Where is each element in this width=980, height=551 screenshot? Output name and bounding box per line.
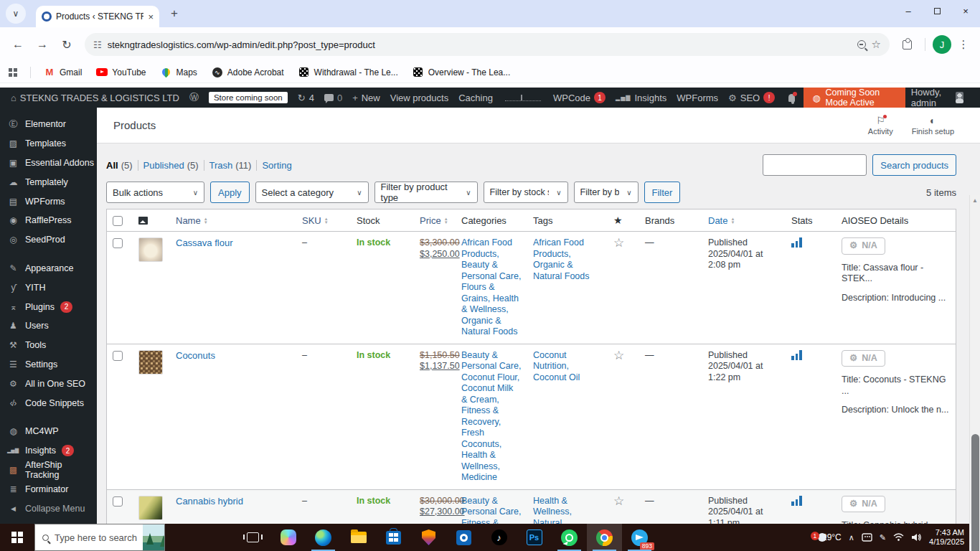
sidebar-item-elementor[interactable]: ⒺElementor — [0, 115, 97, 134]
product-thumbnail[interactable] — [138, 350, 163, 375]
apply-button[interactable]: Apply — [210, 182, 250, 203]
bookmark-overview[interactable]: Overview - The Lea... — [407, 67, 517, 78]
scroll-up-icon[interactable]: ▲ — [972, 195, 978, 205]
shield-browser-button[interactable] — [411, 524, 446, 551]
apps-grid-icon[interactable] — [9, 68, 17, 77]
featured-star-icon[interactable]: ☆ — [613, 494, 624, 508]
copilot-button[interactable] — [270, 524, 306, 551]
restore-button[interactable] — [923, 6, 951, 17]
profile-avatar[interactable]: J — [933, 35, 951, 54]
bookmark-adobe[interactable]: ∿Adobe Acrobat — [206, 67, 290, 78]
touch-keyboard-icon[interactable] — [862, 533, 872, 542]
updates-indicator[interactable]: ↻4 — [293, 88, 319, 108]
admin-bar-new[interactable]: +New — [347, 88, 385, 108]
stats-icon[interactable] — [791, 496, 802, 506]
tag-links[interactable]: Coconut Nutrition, Coconut Oil — [533, 350, 580, 382]
product-name-link[interactable]: Cannabis hybrid — [176, 496, 243, 507]
sidebar-item-seedprod[interactable]: ◎SeedProd — [0, 230, 97, 250]
stats-icon[interactable] — [791, 350, 802, 360]
reload-button[interactable]: ↻ — [56, 34, 77, 55]
bookmark-youtube[interactable]: YouTube — [90, 67, 151, 78]
column-header-name[interactable]: Name▲▼ — [170, 209, 296, 231]
bookmark-gmail[interactable]: MGmail — [38, 67, 88, 78]
sidebar-item-code-snippets[interactable]: ‹/›Code Snippets — [0, 393, 97, 413]
product-thumbnail[interactable] — [138, 496, 163, 520]
row-checkbox[interactable] — [113, 351, 123, 361]
bulk-actions-select[interactable]: Bulk actions∨ — [106, 182, 204, 203]
site-info-icon[interactable]: ☷ — [93, 39, 102, 50]
chrome-button[interactable] — [587, 524, 622, 551]
sidebar-collapse-menu[interactable]: ◀Collapse Menu — [0, 499, 97, 518]
task-view-button[interactable] — [235, 524, 270, 551]
admin-bar-view-products[interactable]: View products — [385, 88, 453, 108]
view-all[interactable]: All(5) — [106, 160, 138, 171]
select-all-checkbox[interactable] — [113, 216, 123, 226]
tab-close-icon[interactable]: × — [148, 11, 154, 22]
outlook-button[interactable] — [446, 524, 481, 551]
column-header-sku[interactable]: SKU▲▼ — [296, 209, 351, 231]
browser-menu-icon[interactable]: ⋮ — [954, 38, 973, 51]
category-links[interactable]: Beauty & Personal Care, Fitness & Recove… — [461, 496, 521, 524]
sidebar-item-forminator[interactable]: ≣Forminator — [0, 480, 97, 499]
aioseo-na-button[interactable]: ⚙N/A — [842, 350, 885, 367]
search-input[interactable] — [763, 154, 867, 176]
featured-star-icon[interactable]: ☆ — [613, 236, 624, 250]
admin-bar-seo[interactable]: ⚙SEO! — [723, 88, 780, 108]
category-links[interactable]: Beauty & Personal Care, Coconut Flour, C… — [461, 350, 521, 483]
product-type-filter-select[interactable]: Filter by product type∨ — [374, 182, 478, 203]
sidebar-item-plugins[interactable]: ⌅Plugins2 — [0, 297, 97, 316]
sidebar-item-tools[interactable]: ⚒Tools — [0, 336, 97, 355]
coming-soon-mode-banner[interactable]: ◍Coming Soon Mode Active — [804, 88, 905, 108]
bookmark-star-icon[interactable]: ☆ — [872, 38, 881, 51]
scrollbar-thumb[interactable] — [971, 434, 979, 551]
row-checkbox[interactable] — [113, 238, 123, 248]
aioseo-na-button[interactable]: ⚙N/A — [842, 496, 885, 513]
edge-button[interactable] — [306, 524, 341, 551]
sidebar-item-settings[interactable]: ☰Settings — [0, 355, 97, 375]
sidebar-item-yith[interactable]: ƴYITH — [0, 278, 97, 297]
admin-bar-wpforms[interactable]: WPForms — [672, 88, 723, 108]
whatsapp-button[interactable] — [552, 524, 587, 551]
store-coming-soon-badge[interactable]: Store coming soon — [204, 88, 293, 108]
brand-filter-select[interactable]: Filter by brand∨ — [574, 182, 639, 203]
photoshop-button[interactable]: Ps — [517, 524, 552, 551]
admin-bar-howdy[interactable]: Howdy, admin — [905, 87, 969, 108]
stock-status-filter-select[interactable]: Filter by stock status∨ — [484, 182, 568, 203]
sidebar-item-essential-addons[interactable]: ▣Essential Addons — [0, 154, 97, 173]
sidebar-item-templates[interactable]: ▨Templates — [0, 134, 97, 154]
wifi-icon[interactable] — [893, 533, 904, 542]
extensions-icon[interactable] — [903, 40, 912, 50]
page-scrollbar[interactable]: ▲ ▼ — [969, 195, 980, 551]
pen-input-icon[interactable]: ✎ — [880, 533, 886, 542]
taskbar-search[interactable]: Type here to search — [34, 524, 165, 551]
minimize-button[interactable]: – — [894, 6, 923, 17]
stats-icon[interactable] — [791, 237, 802, 248]
microsoft-store-button[interactable] — [376, 524, 411, 551]
close-window-button[interactable]: × — [951, 6, 980, 17]
column-header-price[interactable]: Price▲▼ — [414, 209, 456, 231]
sidebar-item-wpforms[interactable]: ▤WPForms — [0, 192, 97, 211]
admin-bar-wpcode[interactable]: WPCode1 — [548, 88, 611, 108]
sidebar-item-rafflepress[interactable]: ◉RafflePress — [0, 211, 97, 230]
admin-bar-site-name[interactable]: ⌂STEKNG TRADES & LOGISTICS LTD — [6, 88, 184, 108]
wp-logo[interactable]: Ⓦ — [184, 88, 204, 108]
category-links[interactable]: African Food Products, Beauty & Personal… — [461, 237, 521, 336]
finish-setup-button[interactable]: ◐Finish setup — [912, 116, 954, 136]
admin-bar-insights[interactable]: ▂▅▇Insights — [611, 88, 672, 108]
product-thumbnail[interactable] — [138, 237, 163, 262]
bookmark-withdrawal[interactable]: Withdrawal - The Le... — [293, 67, 404, 78]
sidebar-item-templately[interactable]: ☁Templately — [0, 172, 97, 192]
sidebar-item-aioseo[interactable]: ⚙All in One SEO — [0, 374, 97, 393]
tray-expand-icon[interactable]: ∧ — [849, 533, 854, 542]
sidebar-item-appearance[interactable]: ✎Appearance — [0, 259, 97, 278]
taskbar-clock[interactable]: 7:43 AM4/19/2025 — [929, 528, 964, 547]
sidebar-item-insights[interactable]: ▂▅▇Insights2 — [0, 441, 97, 461]
tag-links[interactable]: African Food Products, Organic & Natural… — [533, 237, 590, 281]
tag-links[interactable]: Health & Wellness, Natural Remedies — [533, 496, 573, 524]
filter-button[interactable]: Filter — [644, 182, 681, 203]
aioseo-na-button[interactable]: ⚙N/A — [842, 237, 885, 255]
address-bar[interactable]: ☷ stekngtradeslogistics.com/wp-admin/edi… — [85, 33, 890, 56]
back-button[interactable]: ← — [7, 34, 29, 55]
file-explorer-button[interactable] — [341, 524, 376, 551]
sidebar-item-mc4wp[interactable]: ◍MC4WP — [0, 422, 97, 441]
